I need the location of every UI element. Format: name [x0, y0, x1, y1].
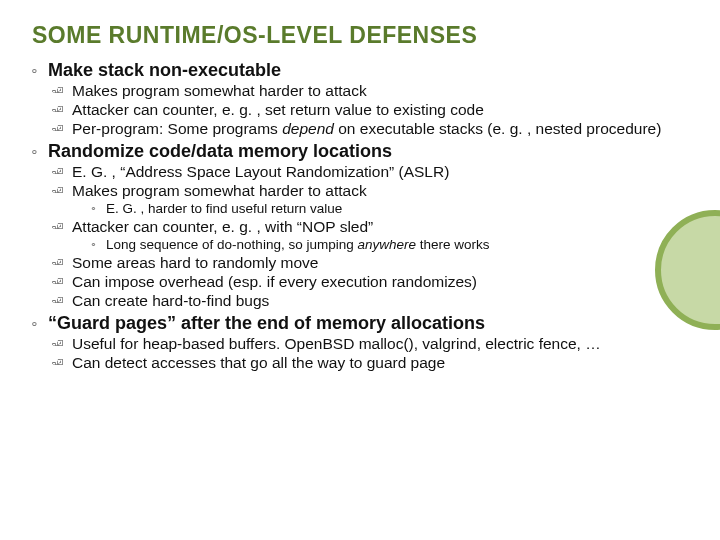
section-heading: Randomize code/data memory locations: [48, 140, 392, 162]
list-item: E. G. , harder to find useful return val…: [106, 200, 342, 217]
list-item: Per-program: Some programs depend on exe…: [72, 119, 661, 138]
section-heading: Make stack non-executable: [48, 59, 281, 81]
bullet-icon: ൶: [52, 162, 72, 181]
list-item: Attacker can counter, e. g. , with “NOP …: [72, 217, 373, 236]
bullet-icon: ൶: [52, 253, 72, 272]
list-item: E. G. , “Address Space Layout Randomizat…: [72, 162, 449, 181]
bullet-icon: ∘: [30, 312, 48, 334]
bullet-icon: ∘: [30, 140, 48, 162]
bullet-icon: ൶: [52, 334, 72, 353]
bullet-icon: ∘: [30, 59, 48, 81]
bullet-icon: ൶: [52, 100, 72, 119]
bullet-icon: ൶: [52, 181, 72, 200]
bullet-icon: ∘: [90, 200, 106, 217]
list-item: Can impose overhead (esp. if every execu…: [72, 272, 477, 291]
section-heading: “Guard pages” after the end of memory al…: [48, 312, 485, 334]
list-item: Makes program somewhat harder to attack: [72, 81, 367, 100]
list-item: Some areas hard to randomly move: [72, 253, 318, 272]
bullet-icon: ൶: [52, 272, 72, 291]
bullet-icon: ൶: [52, 119, 72, 138]
bullet-icon: ൶: [52, 291, 72, 310]
bullet-icon: ൶: [52, 81, 72, 100]
list-item: Can detect accesses that go all the way …: [72, 353, 445, 372]
list-item: Can create hard-to-find bugs: [72, 291, 269, 310]
bullet-list: ∘ Make stack non-executable ൶Makes progr…: [30, 59, 672, 372]
slide-title: SOME RUNTIME/OS-LEVEL DEFENSES: [32, 22, 672, 49]
slide-content: SOME RUNTIME/OS-LEVEL DEFENSES ∘ Make st…: [0, 0, 720, 384]
bullet-icon: ൶: [52, 217, 72, 236]
bullet-icon: ∘: [90, 236, 106, 253]
list-item: Makes program somewhat harder to attack: [72, 181, 367, 200]
list-item: Long sequence of do-nothing, so jumping …: [106, 236, 490, 253]
list-item: Attacker can counter, e. g. , set return…: [72, 100, 484, 119]
bullet-icon: ൶: [52, 353, 72, 372]
list-item: Useful for heap-based buffers. OpenBSD m…: [72, 334, 601, 353]
